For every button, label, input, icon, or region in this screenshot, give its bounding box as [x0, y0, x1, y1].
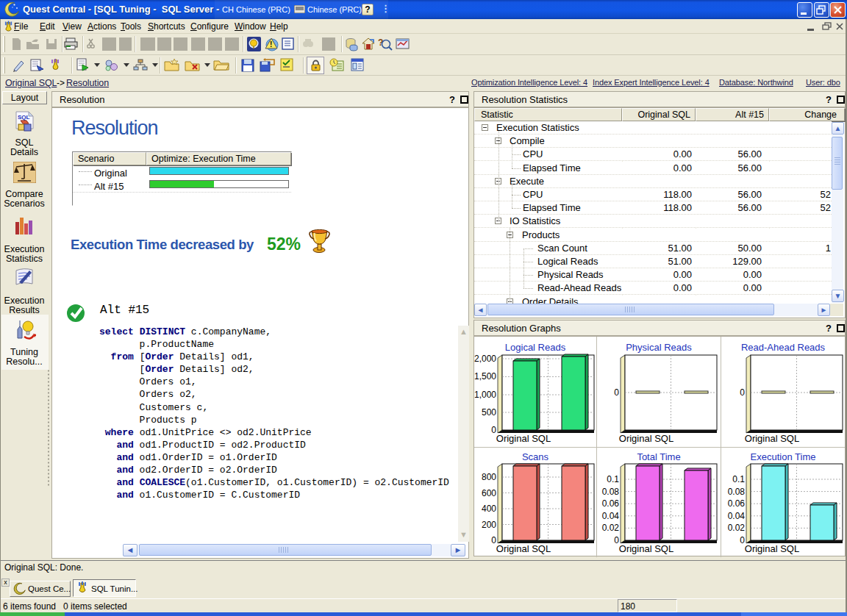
svg-text:0.06: 0.06	[602, 498, 620, 509]
svg-text:400: 400	[482, 504, 496, 514]
svg-text:Read-Ahead Reads: Read-Ahead Reads	[741, 342, 826, 353]
svg-text:Original SQL: Original SQL	[496, 543, 551, 554]
svg-text:500: 500	[482, 407, 496, 418]
svg-text:0.04: 0.04	[728, 511, 746, 521]
svg-text:0.06: 0.06	[728, 498, 746, 509]
svg-text:!: !	[270, 40, 272, 49]
svg-text:1,000: 1,000	[474, 390, 496, 400]
svg-text:0.08: 0.08	[602, 487, 620, 497]
svg-text:Physical Reads: Physical Reads	[626, 342, 692, 353]
svg-text:Original SQL: Original SQL	[745, 543, 799, 554]
svg-text:0.02: 0.02	[728, 523, 746, 533]
svg-text:Execution Time: Execution Time	[751, 451, 816, 462]
svg-text:0.1: 0.1	[732, 474, 745, 484]
svg-text:Original SQL: Original SQL	[745, 433, 799, 444]
svg-text:0.02: 0.02	[602, 523, 620, 533]
svg-text:Original SQL: Original SQL	[619, 433, 673, 444]
svg-text:SQL: SQL	[18, 114, 30, 121]
svg-text:200: 200	[482, 520, 496, 530]
svg-text:0.04: 0.04	[602, 511, 620, 521]
svg-text:Logical Reads: Logical Reads	[505, 342, 566, 353]
svg-text:0: 0	[740, 387, 745, 398]
svg-text:0: 0	[614, 387, 619, 398]
svg-text:600: 600	[482, 488, 496, 498]
svg-text:0.08: 0.08	[728, 487, 746, 497]
svg-text:Total Time: Total Time	[637, 451, 680, 462]
svg-text:0.1: 0.1	[607, 474, 619, 484]
svg-text:Scans: Scans	[522, 451, 549, 462]
svg-text:Original SQL: Original SQL	[619, 543, 673, 554]
svg-text:2,000: 2,000	[474, 354, 496, 364]
svg-text:Original SQL: Original SQL	[496, 433, 551, 444]
svg-text:800: 800	[482, 472, 496, 482]
svg-text:1,500: 1,500	[474, 371, 496, 382]
